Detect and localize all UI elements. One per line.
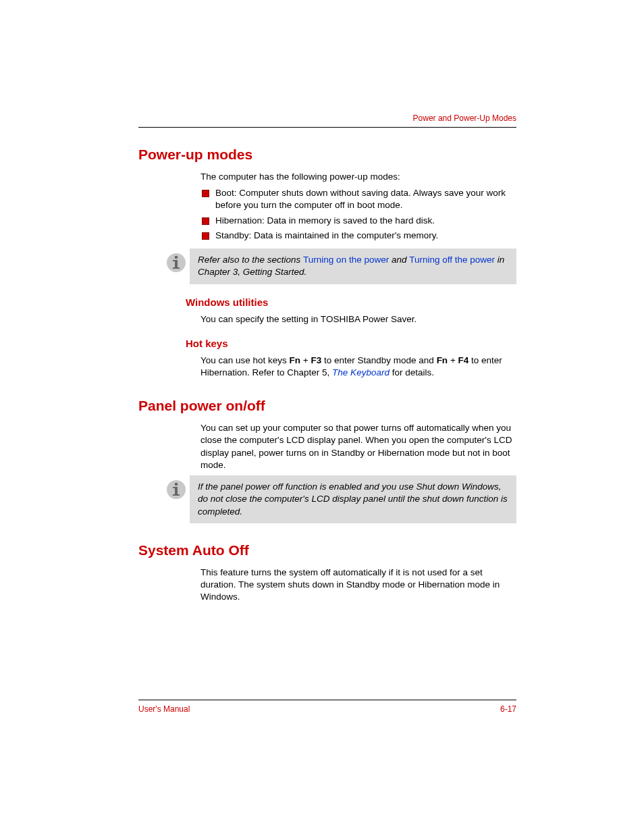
page-footer: User's Manual 6-17 [138,700,516,714]
chapter-title: Power and Power-Up Modes [413,113,516,123]
link-keyboard[interactable]: The Keyboard [332,367,390,377]
key-f3: F3 [311,355,321,365]
heading-power-up-modes: Power-up modes [138,147,516,163]
list-item: Standby: Data is maintained in the compu… [200,230,516,242]
note-panel-power: If the panel power off function is enabl… [163,475,516,523]
link-turning-on[interactable]: Turning on the power [303,255,389,265]
text-frag: for details. [390,367,434,377]
key-fn: Fn [437,355,448,365]
info-icon [163,249,190,273]
text-frag: + [300,355,311,365]
info-icon [163,475,190,500]
text-frag: + [448,355,458,365]
windows-utilities-text: You can specify the setting in TOSHIBA P… [200,313,516,325]
note-mid: and [389,255,409,265]
hot-keys-text: You can use hot keys Fn + F3 to enter St… [200,355,516,379]
panel-power-text: You can set up your computer so that pow… [200,422,516,471]
footer-page-number: 6-17 [500,704,516,714]
intro-text: The computer has the following power-up … [200,171,516,183]
heading-system-auto-off: System Auto Off [138,542,516,558]
footer-left: User's Manual [138,704,190,714]
svg-point-1 [175,256,178,259]
power-modes-list: Boot: Computer shuts down without saving… [200,187,516,242]
key-fn: Fn [290,355,301,365]
system-auto-off-text: This feature turns the system off automa… [200,567,516,604]
note-text: Refer also to the sections Turning on th… [190,249,516,284]
note-pre: Refer also to the sections [198,255,303,265]
page-header: Power and Power-Up Modes [138,113,516,128]
heading-panel-power: Panel power on/off [138,398,516,414]
link-turning-off[interactable]: Turning off the power [409,255,495,265]
key-f4: F4 [458,355,469,365]
heading-windows-utilities: Windows utilities [186,296,516,308]
note-text: If the panel power off function is enabl… [190,475,516,523]
note-refer-sections: Refer also to the sections Turning on th… [163,249,516,284]
list-item: Hibernation: Data in memory is saved to … [200,215,516,227]
text-frag: You can use hot keys [200,355,290,365]
text-frag: to enter Standby mode and [321,355,436,365]
list-item: Boot: Computer shuts down without saving… [200,187,516,211]
heading-hot-keys: Hot keys [186,338,516,349]
svg-point-4 [175,483,178,486]
